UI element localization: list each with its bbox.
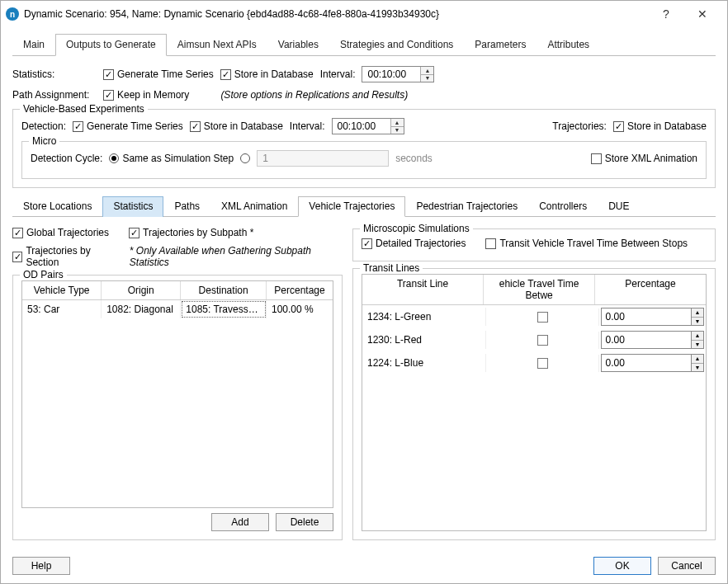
od-pairs-group: OD Pairs Vehicle Type Origin Destination… xyxy=(12,275,343,540)
transit-cell-percentage-value[interactable]: 0.00 xyxy=(601,308,691,326)
cancel-button[interactable]: Cancel xyxy=(658,557,716,575)
od-header-vehicle-type[interactable]: Vehicle Type xyxy=(22,281,102,299)
transit-cell-tvt-checkbox[interactable] xyxy=(486,332,600,349)
tab-attributes[interactable]: Attributes xyxy=(537,34,600,56)
micro-group: Micro Detection Cycle: Same as Simulatio… xyxy=(21,141,707,179)
transit-vehicle-travel-time-checkbox[interactable]: Transit Vehicle Travel Time Between Stop… xyxy=(485,238,688,249)
tab-main[interactable]: Main xyxy=(12,34,55,56)
help-icon[interactable]: ? xyxy=(648,2,684,26)
table-row[interactable]: 1234: L-Green 0.00 ▲▼ xyxy=(362,305,706,328)
chevron-up-icon[interactable]: ▲ xyxy=(692,332,703,341)
tab-strategies[interactable]: Strategies and Conditions xyxy=(329,34,464,56)
trajectories-store-db-checkbox[interactable]: Store in Database xyxy=(613,120,707,132)
table-row[interactable]: 1230: L-Red 0.00 ▲▼ xyxy=(362,328,706,351)
global-trajectories-checkbox[interactable]: Global Trajectories xyxy=(12,227,109,238)
vbe-legend: Vehicle-Based Experiments xyxy=(20,103,148,115)
chevron-up-icon[interactable]: ▲ xyxy=(391,119,404,127)
chevron-up-icon[interactable]: ▲ xyxy=(421,67,433,75)
chevron-down-icon[interactable]: ▼ xyxy=(692,341,703,349)
statistics-generate-ts-checkbox[interactable]: Generate Time Series xyxy=(103,68,214,80)
subtab-paths[interactable]: Paths xyxy=(163,196,210,217)
add-button[interactable]: Add xyxy=(211,513,269,531)
store-xml-animation-checkbox[interactable]: Store XML Animation xyxy=(591,153,697,164)
help-button[interactable]: Help xyxy=(12,557,70,575)
detection-cycle-custom-radio[interactable] xyxy=(240,153,250,163)
chevron-down-icon[interactable]: ▼ xyxy=(692,318,703,326)
subtab-statistics[interactable]: Statistics xyxy=(102,196,163,217)
statistics-interval-input[interactable] xyxy=(362,67,420,82)
od-header-destination[interactable]: Destination xyxy=(181,281,267,299)
transit-cell-line[interactable]: 1234: L-Green xyxy=(362,308,486,326)
detection-store-db-checkbox[interactable]: Store in Database xyxy=(190,120,283,132)
od-cell-percentage[interactable]: 100.00 % xyxy=(267,300,333,318)
microscopic-simulations-legend: Microscopic Simulations xyxy=(360,223,473,234)
store-xml-animation-label: Store XML Animation xyxy=(605,153,697,164)
main-tabbar: Main Outputs to Generate Aimsun Next API… xyxy=(12,34,716,56)
statistics-store-db-label: Store in Database xyxy=(234,68,314,80)
micro-legend: Micro xyxy=(29,135,59,147)
keep-in-memory-label: Keep in Memory xyxy=(117,89,189,101)
od-cell-vehicle[interactable]: 53: Car xyxy=(22,300,102,318)
od-cell-destination[interactable]: 1085: Travessera xyxy=(181,300,267,318)
chevron-up-icon[interactable]: ▲ xyxy=(692,308,703,318)
close-icon[interactable]: ✕ xyxy=(684,2,721,26)
trajectories-label: Trajectories: xyxy=(552,120,607,132)
window-title: Dynamic Scenario: 954, Name: Dynamic Sce… xyxy=(24,8,648,20)
od-cell-origin[interactable]: 1082: Diagonal xyxy=(102,300,181,318)
detection-label: Detection: xyxy=(21,120,66,132)
table-row[interactable]: 53: Car 1082: Diagonal 1085: Travessera … xyxy=(22,300,333,318)
tab-apis[interactable]: Aimsun Next APIs xyxy=(167,34,267,56)
transit-cell-percentage-spinner[interactable]: 0.00 ▲▼ xyxy=(601,354,704,372)
statistics-generate-ts-label: Generate Time Series xyxy=(117,68,214,80)
chevron-up-icon[interactable]: ▲ xyxy=(692,355,703,364)
trajectories-by-subpath-checkbox[interactable]: Trajectories by Subpath * xyxy=(129,227,253,238)
ok-button[interactable]: OK xyxy=(593,557,651,575)
trajectories-by-subpath-label: Trajectories by Subpath * xyxy=(143,227,253,238)
chevron-down-icon[interactable]: ▼ xyxy=(421,75,433,82)
od-header-percentage[interactable]: Percentage xyxy=(267,281,333,299)
transit-lines-legend: Transit Lines xyxy=(360,262,423,274)
tab-outputs[interactable]: Outputs to Generate xyxy=(55,34,167,56)
transit-cell-line[interactable]: 1230: L-Red xyxy=(362,331,486,349)
detection-interval-input[interactable] xyxy=(333,119,390,134)
transit-vehicle-travel-time-label: Transit Vehicle Travel Time Between Stop… xyxy=(499,238,688,249)
tab-variables[interactable]: Variables xyxy=(267,34,329,56)
subtab-due[interactable]: DUE xyxy=(598,196,640,217)
subtab-controllers[interactable]: Controllers xyxy=(528,196,598,217)
transit-cell-percentage-spinner[interactable]: 0.00 ▲▼ xyxy=(601,331,704,349)
detection-cycle-same-radio[interactable]: Same as Simulation Step xyxy=(109,153,234,164)
statistics-label: Statistics: xyxy=(12,68,97,80)
detection-interval-spinner[interactable]: ▲▼ xyxy=(332,118,404,134)
od-header-origin[interactable]: Origin xyxy=(102,281,181,299)
transit-cell-percentage-value[interactable]: 0.00 xyxy=(601,354,691,372)
transit-header-line[interactable]: Transit Line xyxy=(362,275,484,304)
detailed-trajectories-checkbox[interactable]: Detailed Trajectories xyxy=(362,238,466,249)
od-pairs-table[interactable]: Vehicle Type Origin Destination Percenta… xyxy=(21,280,333,508)
trajectories-by-section-checkbox[interactable]: Trajectories by Section xyxy=(12,245,121,268)
transit-cell-percentage-spinner[interactable]: 0.00 ▲▼ xyxy=(601,308,704,326)
chevron-down-icon[interactable]: ▼ xyxy=(391,127,404,134)
vehicle-based-experiments-group: Vehicle-Based Experiments Detection: Gen… xyxy=(12,109,716,188)
chevron-down-icon[interactable]: ▼ xyxy=(692,364,703,372)
subtab-pedestrian-trajectories[interactable]: Pedestrian Trajectories xyxy=(405,196,528,217)
transit-header-percentage[interactable]: Percentage xyxy=(595,275,706,304)
subtab-xml-animation[interactable]: XML Animation xyxy=(210,196,298,217)
table-row[interactable]: 1224: L-Blue 0.00 ▲▼ xyxy=(362,351,706,374)
statistics-interval-spinner[interactable]: ▲▼ xyxy=(362,66,434,82)
statistics-store-db-checkbox[interactable]: Store in Database xyxy=(220,68,314,80)
path-note: (Store options in Replications and Resul… xyxy=(220,89,408,101)
subtab-vehicle-trajectories[interactable]: Vehicle Trajectories xyxy=(298,196,405,217)
transit-lines-table[interactable]: Transit Line ehicle Travel Time Betwe Pe… xyxy=(362,274,707,531)
delete-button[interactable]: Delete xyxy=(276,513,333,531)
tab-parameters[interactable]: Parameters xyxy=(464,34,537,56)
subtab-store-locations[interactable]: Store Locations xyxy=(12,196,102,217)
keep-in-memory-checkbox[interactable]: Keep in Memory xyxy=(103,89,189,101)
titlebar: n Dynamic Scenario: 954, Name: Dynamic S… xyxy=(1,1,727,27)
transit-cell-tvt-checkbox[interactable] xyxy=(486,308,600,326)
transit-cell-line[interactable]: 1224: L-Blue xyxy=(362,354,486,372)
detection-cycle-value-input xyxy=(257,150,389,167)
transit-header-tvt[interactable]: ehicle Travel Time Betwe xyxy=(484,275,595,304)
transit-cell-tvt-checkbox[interactable] xyxy=(486,355,600,372)
detection-generate-ts-checkbox[interactable]: Generate Time Series xyxy=(73,120,183,132)
transit-cell-percentage-value[interactable]: 0.00 xyxy=(601,331,691,349)
